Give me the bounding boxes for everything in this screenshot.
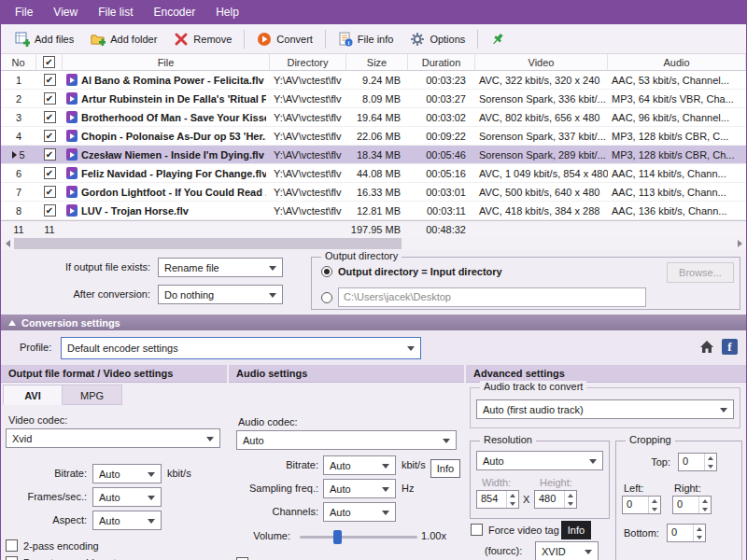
add-folder-button[interactable]: Add folder (82, 27, 165, 51)
menu-help[interactable]: Help (205, 0, 249, 24)
horizontal-scrollbar[interactable] (1, 237, 746, 250)
volume-slider-thumb[interactable] (333, 530, 342, 544)
audio-track-group: Audio track to convert Auto (first audio… (470, 387, 740, 428)
browse-button[interactable]: Browse... (667, 262, 734, 283)
scroll-left-arrow[interactable] (1, 237, 14, 250)
volume-slider[interactable] (300, 536, 417, 539)
audio-bitrate-dropdown[interactable]: Auto (323, 455, 396, 475)
file-name: LUV - Trojan Horse.flv (81, 205, 189, 217)
if-output-exists-dropdown[interactable]: Rename file (158, 258, 283, 277)
table-summary-row: 11 11 197.95 MB 00:48:32 (1, 220, 746, 238)
no-copy-video-checkbox[interactable] (6, 556, 18, 560)
select-all-checkbox[interactable]: ✔ (43, 56, 55, 68)
two-pass-checkbox[interactable] (6, 539, 18, 552)
flv-file-icon (66, 148, 78, 161)
column-header-duration[interactable]: Duration (408, 54, 475, 70)
remove-button[interactable]: Remove (165, 27, 240, 51)
options-button[interactable]: Options (402, 27, 473, 51)
table-row[interactable]: 5 ✔ Czesław Niemen - Inside I'm Dying.fl… (1, 146, 746, 164)
file-directory: Y:\AV\vctest\flv (270, 164, 346, 182)
column-header-file[interactable]: File (63, 54, 270, 70)
tab-avi[interactable]: AVI (3, 385, 63, 405)
home-icon[interactable] (699, 340, 714, 355)
conversion-settings-bar[interactable]: Conversion settings (1, 315, 746, 330)
table-header-row: No ✔ File Directory Size Duration Video … (1, 54, 746, 71)
column-header-video[interactable]: Video (475, 54, 608, 70)
pin-button[interactable] (482, 27, 514, 51)
row-checkbox[interactable]: ✔ (44, 130, 56, 142)
force-video-tag-checkbox-row[interactable]: Force video tag (471, 524, 559, 536)
height-spinner[interactable]: 480 (534, 490, 577, 509)
add-files-button[interactable]: Add files (7, 27, 82, 51)
row-checkbox[interactable]: ✔ (44, 111, 56, 123)
sampling-freq-dropdown[interactable]: Auto (323, 479, 396, 498)
file-audio-info: AAC, 53 kbit/s, Channel... (608, 71, 746, 89)
after-conversion-dropdown[interactable]: Do nothing (158, 285, 283, 304)
table-row[interactable]: 2 ✔ Artur Rubinstein in De Falla's 'Ritu… (1, 90, 746, 108)
facebook-icon[interactable]: f (722, 339, 738, 355)
row-checkbox[interactable]: ✔ (44, 204, 56, 217)
advanced-settings-panel: Audio track to convert Auto (first audio… (466, 383, 747, 560)
table-row[interactable]: 8 ✔ LUV - Trojan Horse.flv Y:\AV\vctest\… (1, 202, 746, 220)
profile-dropdown[interactable]: Default encoder settings (61, 337, 421, 359)
fps-label: Frames/sec.: (1, 491, 87, 502)
aspect-dropdown[interactable]: Auto (92, 511, 162, 530)
radio-unselected-icon[interactable] (321, 292, 332, 303)
app-window: File View File list Encoder Help Add fil… (0, 0, 747, 560)
fourcc-info-button[interactable]: Info (561, 521, 591, 539)
column-header-audio[interactable]: Audio (608, 54, 746, 70)
fourcc-dropdown[interactable]: XVID (535, 541, 599, 560)
toolbar-separator (244, 30, 245, 49)
two-pass-checkbox-row[interactable]: 2-pass encoding (6, 539, 99, 552)
column-header-directory[interactable]: Directory (270, 54, 346, 70)
row-checkbox[interactable]: ✔ (44, 74, 56, 86)
custom-output-dir-radio[interactable]: C:\Users\jacek\Desktop (321, 287, 646, 307)
file-size: 19.64 MB (346, 108, 408, 126)
channels-dropdown[interactable]: Auto (323, 502, 396, 522)
file-info-button[interactable]: i File info (330, 27, 402, 51)
cropping-group-title: Cropping (626, 434, 675, 445)
row-checkbox[interactable]: ✔ (44, 186, 56, 198)
column-header-size[interactable]: Size (346, 54, 408, 70)
video-bitrate-dropdown[interactable]: Auto (92, 464, 162, 483)
menu-file[interactable]: File (5, 0, 43, 24)
table-row[interactable]: 7 ✔ Gordon Lightfoot - If You Could Read… (1, 183, 746, 202)
resolution-x-label: X (523, 494, 529, 505)
row-checkbox[interactable]: ✔ (44, 167, 56, 179)
audio-codec-dropdown[interactable]: Auto (236, 430, 457, 450)
force-video-tag-checkbox[interactable] (471, 524, 483, 536)
resolution-dropdown[interactable]: Auto (476, 451, 603, 470)
video-codec-dropdown[interactable]: Xvid (6, 428, 220, 448)
file-audio-info: AAC, 114 kbit/s, Chann... (608, 164, 746, 182)
column-header-no[interactable]: No (1, 54, 36, 70)
menu-file-list[interactable]: File list (88, 0, 143, 24)
convert-button[interactable]: Convert (248, 27, 321, 51)
file-directory: Y:\AV\vctest\flv (270, 127, 346, 145)
table-row[interactable]: 4 ✔ Chopin - Polonaise As-Dur op 53 'Her… (1, 127, 746, 146)
menu-view[interactable]: View (43, 0, 88, 24)
crop-bottom-spinner[interactable]: 0 (667, 524, 706, 542)
file-size: 16.33 MB (346, 183, 408, 201)
table-row[interactable]: 6 ✔ Feliz Navidad - Playing For Change.f… (1, 164, 746, 183)
table-row[interactable]: 1 ✔ Al Bano & Romina Power - Felicita.fl… (1, 71, 746, 90)
crop-right-spinner[interactable]: 0 (672, 496, 712, 514)
radio-selected-icon[interactable] (321, 266, 332, 277)
scrollbar-thumb[interactable] (14, 238, 402, 249)
table-row[interactable]: 3 ✔ Brotherhood Of Man - Save Your Kisse… (1, 108, 746, 127)
width-spinner[interactable]: 854 (476, 490, 519, 509)
row-checkbox[interactable]: ✔ (44, 148, 56, 161)
custom-output-path-field[interactable]: C:\Users\jacek\Desktop (338, 287, 646, 307)
crop-left-spinner[interactable]: 0 (622, 496, 661, 514)
crop-top-spinner[interactable]: 0 (678, 453, 717, 471)
menu-encoder[interactable]: Encoder (143, 0, 205, 24)
tab-mpg[interactable]: MPG (63, 385, 122, 405)
fps-dropdown[interactable]: Auto (92, 487, 162, 507)
audio-track-dropdown[interactable]: Auto (first audio track) (476, 399, 734, 419)
row-checkbox[interactable]: ✔ (44, 92, 56, 105)
no-copy-video-checkbox-row[interactable]: Do not copy video stream (6, 556, 140, 560)
audio-info-button[interactable]: Info (430, 459, 460, 478)
file-directory: Y:\AV\vctest\flv (270, 90, 346, 107)
scroll-right-arrow[interactable] (733, 237, 746, 250)
video-codec-label: Video codec: (8, 414, 67, 426)
output-dir-equals-input-radio[interactable]: Output directory = Input directory (321, 266, 502, 277)
